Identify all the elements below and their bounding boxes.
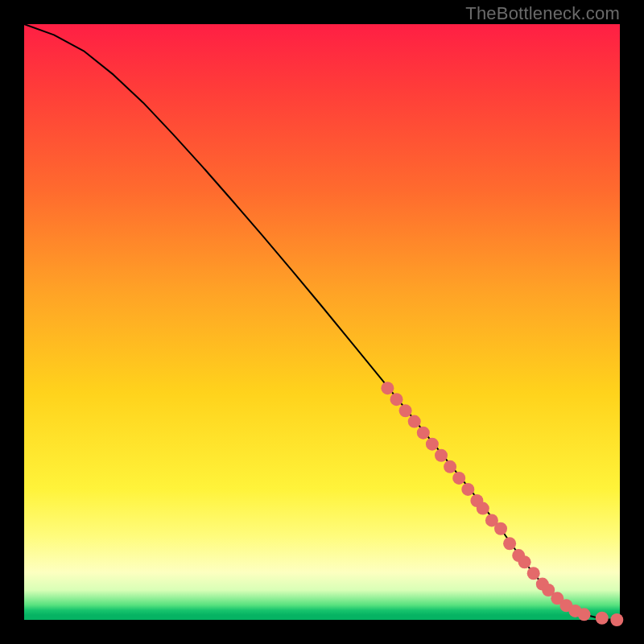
- bottleneck-curve-line: [24, 24, 620, 620]
- highlight-point: [417, 427, 430, 440]
- highlight-point: [444, 460, 456, 473]
- highlight-point: [477, 502, 489, 515]
- plot-area: [24, 24, 620, 620]
- chart-stage: TheBottleneck.com: [0, 0, 644, 644]
- highlight-point: [494, 522, 507, 535]
- highlight-point: [408, 415, 421, 428]
- highlight-point: [435, 449, 448, 462]
- chart-svg: [24, 24, 620, 620]
- watermark-text: TheBottleneck.com: [465, 3, 620, 24]
- highlight-point: [399, 404, 412, 417]
- highlight-point: [390, 393, 403, 406]
- highlight-point: [578, 608, 591, 621]
- highlight-point: [610, 613, 623, 626]
- highlight-point: [426, 438, 439, 451]
- highlight-point: [596, 612, 609, 625]
- highlight-point: [527, 567, 540, 580]
- highlighted-points: [381, 382, 623, 626]
- highlight-point: [518, 555, 531, 568]
- highlight-point: [381, 382, 394, 394]
- highlight-point: [461, 483, 474, 496]
- highlight-point: [503, 537, 516, 550]
- highlight-point: [452, 472, 465, 485]
